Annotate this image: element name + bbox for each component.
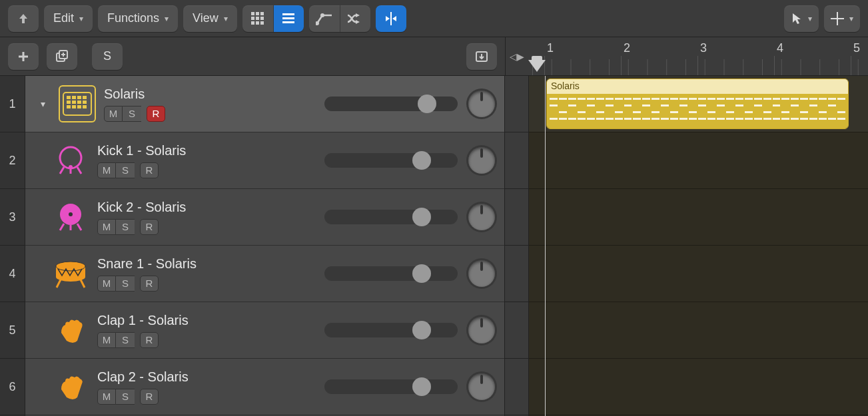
mute-button[interactable]: M xyxy=(97,219,116,235)
global-solo-button[interactable]: S xyxy=(92,43,123,70)
svg-rect-36 xyxy=(83,105,87,108)
arrange-area[interactable]: Solaris xyxy=(529,76,868,416)
arrange-lane[interactable]: Solaris xyxy=(529,76,868,132)
view-menu[interactable]: View ▾ xyxy=(183,5,237,32)
solo-button[interactable]: S xyxy=(116,389,135,405)
arrange-lane[interactable] xyxy=(529,246,868,302)
svg-rect-35 xyxy=(77,105,81,108)
track-name[interactable]: Snare 1 - Solaris xyxy=(97,256,264,272)
solo-button[interactable]: S xyxy=(123,106,141,122)
track-header[interactable]: Clap 1 - Solaris M S R xyxy=(25,302,504,359)
solo-button[interactable]: S xyxy=(116,332,135,348)
duplicate-track-button[interactable] xyxy=(47,43,77,70)
record-enable-button[interactable]: R xyxy=(140,162,159,178)
disclosure-toggle[interactable]: ▾ xyxy=(35,99,51,109)
track-header[interactable]: ▾ Solaris M S R xyxy=(25,76,504,132)
track-icon[interactable] xyxy=(52,142,89,179)
grid-view-button[interactable] xyxy=(242,5,273,32)
svg-rect-11 xyxy=(282,21,294,23)
grid-icon xyxy=(250,11,265,26)
svg-line-52 xyxy=(81,280,85,288)
track-icon[interactable] xyxy=(52,368,89,405)
track-index[interactable]: 2 xyxy=(0,132,25,189)
svg-rect-34 xyxy=(72,105,76,108)
volume-slider[interactable] xyxy=(324,210,458,224)
ruler-area[interactable]: ◁▶ 1 2 3 4 5 xyxy=(505,37,868,75)
solo-button[interactable]: S xyxy=(116,276,135,292)
solo-button[interactable]: S xyxy=(116,162,135,178)
add-track-button[interactable] xyxy=(8,43,39,70)
volume-slider[interactable] xyxy=(324,153,458,168)
playhead-line[interactable] xyxy=(545,76,546,416)
record-enable-button[interactable]: R xyxy=(140,276,159,292)
track-name[interactable]: Solaris xyxy=(104,87,270,102)
region-content xyxy=(547,94,848,128)
track-index[interactable]: 6 xyxy=(0,359,25,415)
collapse-tracks-button[interactable] xyxy=(466,43,497,70)
record-enable-button[interactable]: R xyxy=(140,389,159,405)
volume-slider[interactable] xyxy=(324,266,458,281)
volume-slider[interactable] xyxy=(324,97,458,111)
mute-button[interactable]: M xyxy=(97,332,116,348)
pan-knob[interactable] xyxy=(468,317,495,343)
arrange-lane[interactable] xyxy=(529,189,868,246)
catch-playhead-button[interactable]: ◁▶ xyxy=(510,51,524,62)
pan-knob[interactable] xyxy=(468,204,495,230)
track-index[interactable]: 5 xyxy=(0,302,25,359)
pan-knob[interactable] xyxy=(468,373,495,400)
go-up-button[interactable] xyxy=(8,5,39,32)
svg-rect-7 xyxy=(256,21,259,25)
record-enable-button[interactable]: R xyxy=(147,106,165,122)
chevron-down-icon: ▾ xyxy=(79,14,83,23)
mute-button[interactable]: M xyxy=(97,162,116,178)
track-icon[interactable] xyxy=(52,255,89,292)
edit-menu[interactable]: Edit ▾ xyxy=(44,5,93,32)
track-index[interactable]: 3 xyxy=(0,189,25,246)
mute-button[interactable]: M xyxy=(97,389,116,405)
pan-knob[interactable] xyxy=(468,260,495,287)
mute-button[interactable]: M xyxy=(104,106,123,122)
shuffle-button[interactable] xyxy=(340,5,370,32)
svg-rect-32 xyxy=(83,101,87,104)
pan-knob[interactable] xyxy=(468,147,495,174)
svg-rect-10 xyxy=(282,17,294,19)
snap-to-grid-button[interactable] xyxy=(376,5,406,32)
plus-icon xyxy=(17,50,30,63)
pointer-tool-button[interactable]: ▾ xyxy=(784,5,819,32)
track-header[interactable]: Kick 2 - Solaris M S R xyxy=(25,189,504,246)
arrange-lane[interactable] xyxy=(529,302,868,359)
track-header[interactable]: Clap 2 - Solaris M S R xyxy=(25,359,504,415)
playhead[interactable] xyxy=(528,56,546,71)
track-name[interactable]: Clap 1 - Solaris xyxy=(97,313,264,328)
track-name[interactable]: Kick 1 - Solaris xyxy=(97,143,264,158)
solo-button[interactable]: S xyxy=(116,219,135,235)
functions-menu[interactable]: Functions ▾ xyxy=(98,5,178,32)
track-name[interactable]: Kick 2 - Solaris xyxy=(97,200,264,215)
mute-button[interactable]: M xyxy=(97,276,116,292)
track-index[interactable]: 4 xyxy=(0,246,25,302)
svg-rect-27 xyxy=(77,96,81,99)
volume-slider[interactable] xyxy=(324,379,458,394)
midi-region[interactable]: Solaris xyxy=(546,79,849,129)
volume-slider[interactable] xyxy=(324,323,458,337)
automation-curve-button[interactable] xyxy=(309,5,340,32)
track-index-column: 1 2 3 4 5 6 xyxy=(0,76,25,416)
track-header[interactable]: Kick 1 - Solaris M S R xyxy=(25,132,504,189)
track-name[interactable]: Clap 2 - Solaris xyxy=(97,369,264,385)
record-enable-button[interactable]: R xyxy=(140,332,159,348)
track-header[interactable]: Snare 1 - Solaris M S R xyxy=(25,246,504,302)
collapse-icon xyxy=(474,49,489,64)
svg-rect-26 xyxy=(72,96,76,99)
record-enable-button[interactable]: R xyxy=(140,219,159,235)
track-index[interactable]: 1 xyxy=(0,76,25,132)
list-view-button[interactable] xyxy=(273,5,304,32)
bar-ruler[interactable]: 1 2 3 4 5 xyxy=(532,37,868,75)
alt-tool-button[interactable]: ▾ xyxy=(824,5,860,32)
track-icon[interactable] xyxy=(59,85,96,122)
pan-knob[interactable] xyxy=(468,91,495,117)
track-icon[interactable] xyxy=(52,198,89,236)
arrange-lane[interactable] xyxy=(529,132,868,189)
svg-line-46 xyxy=(77,224,81,230)
track-icon[interactable] xyxy=(52,312,89,349)
arrange-lane[interactable] xyxy=(529,359,868,415)
